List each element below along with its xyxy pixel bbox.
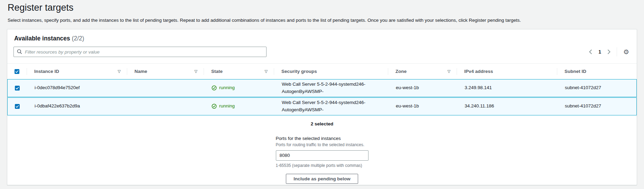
column-label: IPv4 address: [464, 69, 493, 74]
column-header-subnet-id: Subnet ID: [557, 64, 637, 79]
previous-page-button[interactable]: [588, 49, 593, 55]
row-checkbox-cell: [8, 104, 27, 109]
filter-triangle-icon[interactable]: ▽: [448, 69, 450, 74]
table-row[interactable]: i-0dbaf422e637b2d9arunningWeb Call Serve…: [7, 97, 637, 115]
filter-triangle-icon[interactable]: ▽: [265, 69, 268, 74]
running-status-icon: [212, 85, 217, 91]
column-header-state[interactable]: State▽: [204, 64, 274, 79]
filter-triangle-icon[interactable]: ▽: [195, 69, 197, 74]
cell-ipv4: 3.249.98.141: [457, 83, 557, 93]
filter-input[interactable]: [13, 47, 267, 57]
ports-hint-text: 1-65535 (separate multiple ports with co…: [276, 163, 368, 168]
page-title: Register targets: [8, 2, 637, 13]
cell-state: running: [204, 83, 274, 93]
cell-zone: eu-west-1b: [388, 83, 457, 93]
next-page-button[interactable]: [607, 49, 611, 55]
table-header-row: Instance ID▽Name▽State▽Security groupsZo…: [7, 63, 637, 79]
checkmark-icon: [16, 105, 19, 108]
panel-title: Available instances: [14, 35, 70, 42]
panel-count: (2/2): [72, 35, 84, 42]
column-label: Security groups: [281, 69, 317, 74]
settings-gear-icon[interactable]: ⚙: [623, 49, 630, 55]
table-body: i-0dec078d94e7520efrunningWeb Call Serve…: [7, 79, 637, 115]
cell-state: running: [204, 101, 274, 111]
cell-instance-id: i-0dec078d94e7520ef: [27, 83, 127, 93]
filter-triangle-icon[interactable]: ▽: [118, 69, 121, 74]
select-all-cell: [7, 64, 27, 79]
row-checkbox[interactable]: [15, 104, 20, 109]
table-toolbar: 1 ⚙: [7, 42, 637, 63]
cell-subnet: subnet-41072d27: [557, 101, 636, 111]
toolbar-divider: [617, 47, 617, 56]
ports-help-text: Ports for routing traffic to the selecte…: [276, 142, 368, 147]
column-label: State: [211, 69, 223, 74]
column-header-zone[interactable]: Zone▽: [388, 64, 457, 79]
table-row[interactable]: i-0dec078d94e7520efrunningWeb Call Serve…: [7, 79, 637, 97]
state-label: running: [219, 84, 235, 92]
column-label: Name: [134, 69, 147, 74]
cell-ipv4: 34.240.11.186: [457, 101, 557, 111]
column-header-name[interactable]: Name▽: [127, 64, 204, 79]
ports-form: Ports for the selected instances Ports f…: [276, 136, 368, 184]
cell-name: [127, 87, 204, 89]
ports-label: Ports for the selected instances: [276, 136, 368, 141]
filter-field: [13, 47, 267, 57]
cell-subnet: subnet-41072d27: [557, 83, 636, 93]
chevron-right-icon: [607, 49, 610, 54]
panel-header: Available instances (2/2): [7, 29, 637, 42]
include-as-pending-button[interactable]: Include as pending below: [286, 174, 358, 184]
row-checkbox-cell: [8, 86, 27, 91]
cell-name: [127, 105, 204, 108]
search-icon: [17, 49, 22, 56]
pagination: 1: [588, 49, 611, 55]
checkmark-icon: [15, 70, 19, 73]
column-header-security-groups: Security groups: [274, 64, 388, 79]
select-all-checkbox[interactable]: [15, 69, 19, 74]
page-description: Select instances, specify ports, and add…: [8, 18, 637, 23]
row-checkbox[interactable]: [15, 86, 20, 91]
checkmark-icon: [16, 87, 19, 89]
register-targets-page: Register targets Select instances, speci…: [0, 2, 644, 185]
available-instances-panel: Available instances (2/2) 1 ⚙: [7, 29, 637, 185]
current-page-number[interactable]: 1: [598, 49, 601, 55]
column-label: Subnet ID: [564, 69, 586, 74]
running-status-icon: [212, 104, 217, 109]
column-header-instance-id[interactable]: Instance ID▽: [27, 64, 127, 79]
chevron-left-icon: [589, 49, 592, 54]
cell-security-groups: Web Call Server 5-5-2-944-systemd246-Aut…: [274, 79, 388, 97]
column-header-ipv4-address: IPv4 address: [457, 64, 557, 79]
cell-zone: eu-west-1b: [388, 101, 457, 111]
column-label: Zone: [395, 69, 407, 74]
state-label: running: [219, 103, 235, 110]
ports-input[interactable]: [276, 150, 368, 161]
cell-instance-id: i-0dbaf422e637b2d9a: [27, 101, 127, 111]
column-label: Instance ID: [34, 69, 59, 74]
selected-summary: 2 selected: [7, 121, 637, 126]
cell-security-groups: Web Call Server 5-5-2-944-systemd246-Aut…: [274, 98, 388, 115]
